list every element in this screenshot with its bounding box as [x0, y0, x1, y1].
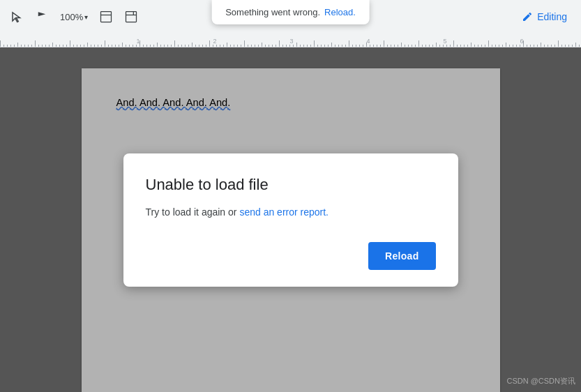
modal-error-report-link[interactable]: send an error report.: [239, 206, 329, 218]
ruler-number: 2: [213, 38, 216, 45]
ruler-tick: [17, 43, 18, 47]
document-area: And. And. And. And. And. Unable to load …: [0, 47, 581, 392]
editing-label: Editing: [537, 11, 567, 22]
ruler-tick: [122, 43, 123, 47]
watermark: CSDN @CSDN资讯: [506, 376, 575, 386]
ruler-tick: [558, 40, 559, 47]
ruler-tick: [488, 40, 489, 47]
ruler-tick: [575, 43, 576, 47]
ruler-tick: [384, 40, 384, 47]
ruler-tick: [262, 43, 262, 47]
ruler-number: 4: [366, 38, 370, 45]
ruler-tick: [192, 43, 193, 47]
ruler-tick: [174, 40, 175, 47]
modal-overlay: Unable to load file Try to load it again…: [0, 47, 581, 392]
ruler-tick: [418, 40, 419, 47]
ruler-number: 6: [520, 38, 523, 45]
layout-icon[interactable]: [120, 6, 142, 28]
ruler-tick: [296, 43, 297, 47]
print-layout-icon[interactable]: [95, 6, 117, 28]
zoom-dropdown-icon: ▾: [84, 13, 88, 21]
ruler-tick: [209, 40, 210, 47]
zoom-control[interactable]: 100% ▾: [56, 6, 92, 28]
ruler-tick: [227, 43, 227, 47]
modal-actions: Reload: [146, 242, 436, 270]
ruler-tick: [0, 40, 1, 47]
reload-button[interactable]: Reload: [368, 242, 435, 270]
ruler-tick: [506, 43, 506, 47]
ruler-tick: [541, 43, 541, 47]
ruler-tick: [453, 40, 454, 47]
flag-icon[interactable]: [31, 6, 53, 28]
ruler-tick: [279, 40, 280, 47]
toast-notification: Something went wrong. Reload.: [211, 0, 370, 24]
modal-body-text: Try to load it again or: [146, 206, 240, 218]
ruler-tick: [401, 43, 402, 47]
ruler-number: 3: [289, 38, 293, 45]
ruler-tick: [35, 40, 36, 47]
ruler: 123456: [0, 33, 581, 47]
zoom-value: 100%: [60, 12, 83, 22]
ruler-tick: [157, 43, 158, 47]
ruler-tick: [105, 40, 105, 47]
editing-button[interactable]: Editing: [513, 6, 575, 28]
ruler-tick: [349, 40, 349, 47]
error-modal: Unable to load file Try to load it again…: [123, 153, 458, 287]
svg-rect-0: [101, 12, 112, 22]
modal-body: Try to load it again or send an error re…: [146, 205, 436, 220]
modal-title: Unable to load file: [146, 176, 436, 194]
ruler-tick: [436, 43, 437, 47]
ruler-tick: [471, 43, 471, 47]
cursor-icon[interactable]: [6, 6, 28, 28]
ruler-number: 5: [443, 38, 446, 45]
ruler-tick: [87, 43, 88, 47]
svg-rect-2: [126, 12, 137, 22]
toast-reload-link[interactable]: Reload.: [324, 7, 356, 17]
ruler-tick: [244, 40, 245, 47]
toast-message: Something went wrong.: [225, 7, 320, 17]
ruler-tick: [314, 40, 315, 47]
ruler-tick: [52, 43, 53, 47]
ruler-tick: [331, 43, 332, 47]
ruler-tick: [70, 40, 70, 47]
ruler-canvas: 123456: [0, 33, 581, 47]
ruler-number: 1: [136, 38, 139, 45]
